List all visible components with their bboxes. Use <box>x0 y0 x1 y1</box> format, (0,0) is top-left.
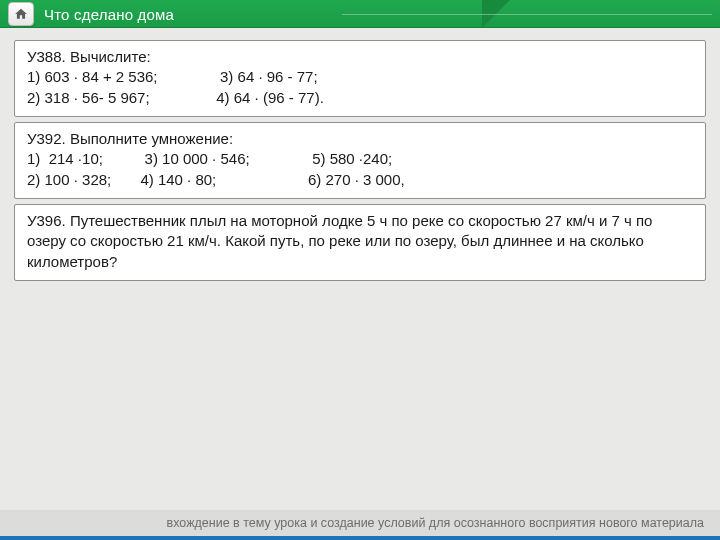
footer-blue-stripe <box>0 536 720 540</box>
card-line: 2) 100 · 328; 4) 140 · 80; 6) 270 · 3 00… <box>27 170 693 190</box>
card-title: У388. Вычислите: <box>27 47 693 67</box>
slide: Что сделано дома У388. Вычислите: 1) 603… <box>0 0 720 540</box>
card-title: У392. Выполните умножение: <box>27 129 693 149</box>
card-text: У396. Путешественник плыл на моторной ло… <box>27 211 693 272</box>
header-decor-rule <box>342 14 712 15</box>
card-u388: У388. Вычислите: 1) 603 · 84 + 2 536; 3)… <box>14 40 706 117</box>
card-line: 2) 318 · 56- 5 967; 4) 64 · (96 - 77). <box>27 88 693 108</box>
card-u392: У392. Выполните умножение: 1) 214 ·10; 3… <box>14 122 706 199</box>
home-icon <box>14 7 28 21</box>
home-button[interactable] <box>8 2 34 26</box>
card-line: 1) 214 ·10; 3) 10 000 · 546; 5) 580 ·240… <box>27 149 693 169</box>
card-line: 1) 603 · 84 + 2 536; 3) 64 · 96 - 77; <box>27 67 693 87</box>
footer-bar: вхождение в тему урока и создание услови… <box>0 510 720 536</box>
card-u396: У396. Путешественник плыл на моторной ло… <box>14 204 706 281</box>
footer-text: вхождение в тему урока и создание услови… <box>167 516 704 530</box>
header-title: Что сделано дома <box>44 6 174 23</box>
